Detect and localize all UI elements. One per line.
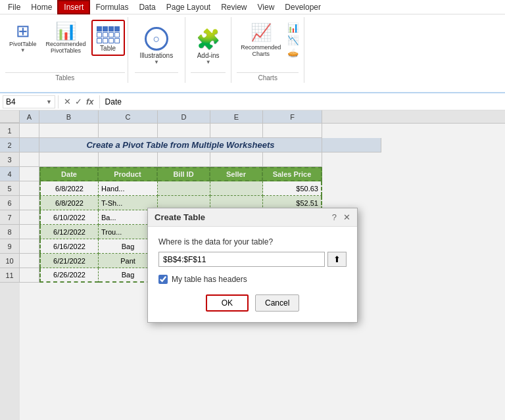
formula-bar: B4 ▼ ✕ ✓ fx [0,93,505,110]
illustrations-button[interactable]: ○ Illustrations ▼ [135,24,179,68]
dialog-ok-button[interactable]: OK [206,294,249,312]
ribbon-group-addins: 🧩 Add-ins ▼ · [185,17,231,83]
menu-file[interactable]: File [3,1,26,13]
line-chart-icon: 📉 [287,35,299,45]
dialog-title: Create Table [155,212,205,222]
recommended-pivot-icon: 📊 [55,22,76,39]
illustrations-arrow: ▼ [154,59,159,65]
recommended-charts-button[interactable]: 📈 Recommended Charts [237,20,285,60]
dialog-range-input[interactable] [158,252,325,267]
dialog-cancel-button[interactable]: Cancel [255,294,299,312]
charts-more-button[interactable]: 📊 📉 🥧 [287,20,299,58]
menu-view[interactable]: View [252,1,280,13]
formula-bar-divider [58,95,59,108]
dialog-overlay: Create Table ? ✕ Where is the data for y… [0,110,505,420]
dialog-label: Where is the data for your table? [158,237,347,246]
dialog-body: Where is the data for your table? ⬆ My t… [148,227,357,322]
create-table-dialog: Create Table ? ✕ Where is the data for y… [147,208,358,323]
ribbon-group-illustrations: ○ Illustrations ▼ · [128,17,186,83]
formula-input[interactable] [103,97,502,106]
ribbon-group-tables: ⊞ PivotTable ▼ 📊 Recommended PivotTables [3,17,128,83]
cell-ref-value: B4 [6,97,16,106]
dialog-close-icon[interactable]: ✕ [343,212,350,222]
dialog-collapse-button[interactable]: ⬆ [327,252,347,267]
cancel-formula-icon[interactable]: ✕ [64,97,71,106]
menu-home[interactable]: Home [26,1,57,13]
ribbon-group-tables-label: Tables [5,72,125,83]
recommended-charts-icon: 📈 [251,22,272,43]
cell-ref-dropdown-icon[interactable]: ▼ [46,99,52,105]
dialog-buttons: OK Cancel [158,294,347,312]
dialog-title-icons: ? ✕ [332,212,350,222]
ribbon-group-charts: 📈 Recommended Charts 📊 📉 🥧 Charts [231,17,304,83]
pie-chart-icon: 🥧 [287,47,299,58]
cell-reference-box[interactable]: B4 ▼ [3,95,55,108]
pivot-table-button[interactable]: ⊞ PivotTable ▼ [5,20,41,56]
addins-button[interactable]: 🧩 Add-ins ▼ [191,25,226,68]
illustrations-icon: ○ [145,27,168,51]
menu-developer[interactable]: Developer [279,1,326,13]
recommended-pivot-button[interactable]: 📊 Recommended PivotTables [42,20,90,57]
menu-bar: File Home Insert Formulas Data Page Layo… [0,0,505,14]
ribbon: ⊞ PivotTable ▼ 📊 Recommended PivotTables [0,14,505,93]
pivot-table-arrow: ▼ [20,47,26,53]
menu-formulas[interactable]: Formulas [90,1,133,13]
ribbon-group-charts-label: Charts [237,72,299,83]
dialog-checkbox-row: My table has headers [158,275,347,284]
formula-bar-icons: ✕ ✓ fx [61,97,97,106]
table-button[interactable]: Table [91,20,125,56]
dialog-headers-checkbox[interactable] [158,275,168,284]
dialog-title-bar: Create Table ? ✕ [148,208,357,227]
menu-data[interactable]: Data [133,1,160,13]
dialog-help-icon[interactable]: ? [332,212,337,222]
addins-icon: 🧩 [196,28,220,51]
confirm-formula-icon[interactable]: ✓ [75,97,82,106]
dialog-checkbox-label: My table has headers [172,275,247,284]
menu-page-layout[interactable]: Page Layout [161,1,216,13]
addins-arrow: ▼ [206,59,211,65]
formula-divider2 [99,95,100,108]
pivot-table-icon: ⊞ [16,22,30,39]
insert-function-icon[interactable]: fx [86,97,94,106]
menu-insert[interactable]: Insert [57,0,90,14]
menu-review[interactable]: Review [216,1,252,13]
table-icon [97,26,120,43]
spreadsheet-container: A B C D E F 1 2 3 4 5 6 7 8 9 10 11 [0,110,505,420]
dialog-input-row: ⬆ [158,252,347,267]
bar-chart-icon: 📊 [287,22,299,33]
